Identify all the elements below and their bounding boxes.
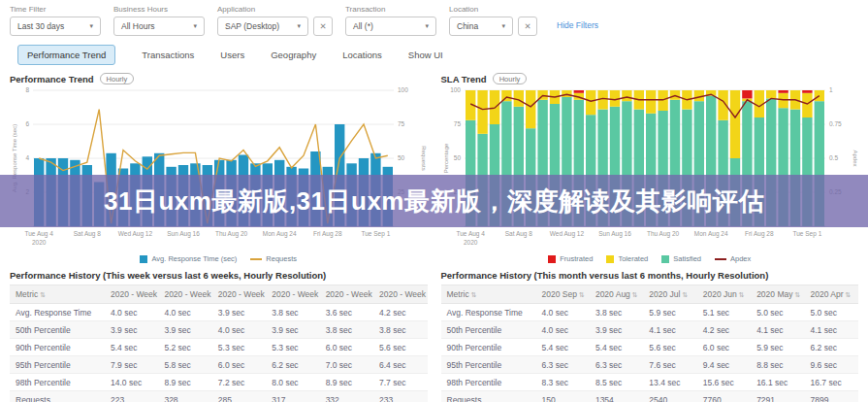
column-header-label: 2020 Jul xyxy=(649,289,680,299)
column-header-label: 2020 Apr xyxy=(811,289,844,299)
value-cell: 4.1 sec xyxy=(643,321,696,339)
table-row: 90th Percentile5.4 sec5.4 sec5.6 sec6.0 … xyxy=(441,339,859,356)
column-header-2020-apr[interactable]: 2020 Apr⇅ xyxy=(805,285,858,304)
filter-dropdown-business-hours[interactable]: All Hours▾ xyxy=(113,17,205,36)
filter-dropdown-transaction[interactable]: All (*)▾ xyxy=(345,17,436,36)
column-header-2020-jun[interactable]: 2020 Jun⇅ xyxy=(697,285,751,304)
column-header-2020-may[interactable]: 2020 May⇅ xyxy=(751,285,804,304)
value-cell: 5.4 sec xyxy=(536,339,590,356)
legend-item-apdex[interactable]: Apdex xyxy=(715,254,751,263)
tab-transactions[interactable]: Transactions xyxy=(142,46,194,64)
sla-trend-chart[interactable]: 10075502510.750.50.25Tue Aug 42020Sat Au… xyxy=(441,85,858,252)
performance-history-month-panel: Performance History (This month versus l… xyxy=(441,270,859,402)
clear-filter-button[interactable]: ✕ xyxy=(518,17,537,36)
value-cell: 5.6 sec xyxy=(373,339,427,356)
tab-users[interactable]: Users xyxy=(220,46,244,64)
legend-item-satisfied[interactable]: Satisfied xyxy=(661,254,701,263)
filter-label: Location xyxy=(449,5,537,14)
value-cell: 6.3 sec xyxy=(590,356,643,374)
column-header-2020-week-33[interactable]: 2020 - Week 33⇅ xyxy=(212,285,266,304)
svg-text:100: 100 xyxy=(398,86,408,93)
legend-item-avg-response-time-sec[interactable]: Avg. Response Time (sec) xyxy=(140,254,237,263)
table-row: 98th Percentile8.3 sec8.5 sec13.4 sec15.… xyxy=(441,374,859,391)
value-cell: 332 xyxy=(320,391,373,402)
column-header-2020-aug[interactable]: 2020 Aug⇅ xyxy=(590,285,643,304)
charts-row: Performance Trend Hourly 8642100755025Tu… xyxy=(0,69,868,265)
table-row: 50th Percentile4.0 sec3.9 sec4.1 sec4.2 … xyxy=(441,321,859,339)
table-body: Avg. Response Time4.0 sec3.8 sec5.9 sec5… xyxy=(441,304,859,402)
resolution-badge: Hourly xyxy=(493,73,528,84)
column-header-2020-week-35[interactable]: 2020 - Week 35⇅ xyxy=(105,285,158,304)
overlay-banner: 31日uxm最新版,31日uxm最新版，深度解读及其影响评估 xyxy=(0,175,868,227)
value-cell: 6.2 sec xyxy=(805,339,858,356)
metric-cell: 95th Percentile xyxy=(441,356,536,374)
legend-label: Avg. Response Time (sec) xyxy=(151,254,237,263)
performance-trend-chart[interactable]: 8642100755025Tue Aug 42020Sat Aug 8Wed A… xyxy=(10,85,427,252)
table-header: Metric⇅2020 Sep⇅2020 Aug⇅2020 Jul⇅2020 J… xyxy=(441,285,859,304)
hide-filters-link[interactable]: Hide Filters xyxy=(557,20,598,30)
column-header-metric[interactable]: Metric⇅ xyxy=(441,285,536,304)
value-cell: 7760 xyxy=(697,391,751,402)
tab-geography[interactable]: Geography xyxy=(271,46,316,64)
column-header-label: 2020 - Week 35 xyxy=(111,289,158,299)
svg-text:Thu Aug 20: Thu Aug 20 xyxy=(215,230,248,238)
value-cell: 3.9 sec xyxy=(105,321,158,339)
filter-dropdown-application[interactable]: SAP (Desktop)▾ xyxy=(217,17,308,36)
column-header-2020-week-31[interactable]: 2020 - Week 31⇅ xyxy=(320,285,373,304)
column-header-2020-week-32[interactable]: 2020 - Week 32⇅ xyxy=(266,285,319,304)
tab-show-ui[interactable]: Show UI xyxy=(408,46,443,64)
panel-head: Performance Trend Hourly xyxy=(10,73,428,84)
value-cell: 6.4 sec xyxy=(373,356,427,374)
value-cell: 8.9 sec xyxy=(320,374,373,391)
filter-label: Transaction xyxy=(345,5,436,14)
clear-filter-button[interactable]: ✕ xyxy=(313,17,333,36)
svg-text:0.5: 0.5 xyxy=(829,154,838,161)
sla-trend-legend: FrustratedToleratedSatisfiedApdex xyxy=(441,252,859,265)
performance-history-month-table: Metric⇅2020 Sep⇅2020 Aug⇅2020 Jul⇅2020 J… xyxy=(441,285,859,402)
svg-text:0.75: 0.75 xyxy=(829,120,842,127)
value-cell: 3.9 sec xyxy=(212,304,266,321)
tab-performance-trend[interactable]: Performance Trend xyxy=(17,45,115,65)
sort-icon: ⇅ xyxy=(846,291,852,298)
square-swatch-icon xyxy=(606,255,614,263)
value-cell: 4.0 sec xyxy=(105,304,158,321)
column-header-2020-week-34[interactable]: 2020 - Week 34⇅ xyxy=(158,285,211,304)
value-cell: 4.0 sec xyxy=(536,321,590,339)
value-cell: 4.0 sec xyxy=(158,304,211,321)
legend-item-frustrated[interactable]: Frustrated xyxy=(548,254,593,263)
sort-icon: ⇅ xyxy=(40,291,46,298)
value-cell: 5.9 sec xyxy=(643,304,696,321)
panel-title: SLA Trend xyxy=(441,74,487,84)
panel-head: SLA Trend Hourly xyxy=(441,73,859,84)
tab-locations[interactable]: Locations xyxy=(342,46,382,64)
svg-text:Tue Sep 1: Tue Sep 1 xyxy=(792,230,821,238)
filter-dropdown-location[interactable]: China▾ xyxy=(449,17,513,36)
value-cell: 8.3 sec xyxy=(536,374,590,391)
column-header-2020-week-30[interactable]: 2020 - Week 30⇅ xyxy=(373,285,427,304)
value-cell: 15.6 sec xyxy=(697,374,751,391)
column-header-2020-sep[interactable]: 2020 Sep⇅ xyxy=(536,285,590,304)
column-header-metric[interactable]: Metric⇅ xyxy=(10,285,105,304)
value-cell: 6.2 sec xyxy=(266,356,319,374)
square-swatch-icon xyxy=(140,255,147,263)
value-cell: 1354 xyxy=(590,391,643,402)
svg-text:Fri Aug 28: Fri Aug 28 xyxy=(744,230,773,238)
svg-text:2020: 2020 xyxy=(32,239,47,246)
column-header-2020-jul[interactable]: 2020 Jul⇅ xyxy=(643,285,696,304)
panel-title: Performance Trend xyxy=(10,74,94,84)
resolution-badge: Hourly xyxy=(100,73,135,84)
sort-icon: ⇅ xyxy=(682,291,688,298)
value-cell: 8.8 sec xyxy=(751,356,804,374)
svg-text:Tue Aug 4: Tue Aug 4 xyxy=(456,230,485,238)
filter-dropdown-time-filter[interactable]: Last 30 days▾ xyxy=(10,17,101,36)
legend-label: Apdex xyxy=(730,254,751,263)
filter-label: Application xyxy=(217,5,333,14)
legend-item-tolerated[interactable]: Tolerated xyxy=(606,254,648,263)
legend-item-requests[interactable]: Requests xyxy=(250,254,297,263)
svg-text:6: 6 xyxy=(25,120,29,127)
line-swatch-icon xyxy=(715,258,726,260)
filters: Time FilterLast 30 days▾Business HoursAl… xyxy=(10,5,537,36)
sla-trend-panel: SLA Trend Hourly 10075502510.750.50.25Tu… xyxy=(441,69,859,265)
tab-bar: Performance TrendTransactionsUsersGeogra… xyxy=(0,36,868,69)
value-cell: 3.9 sec xyxy=(266,321,319,339)
